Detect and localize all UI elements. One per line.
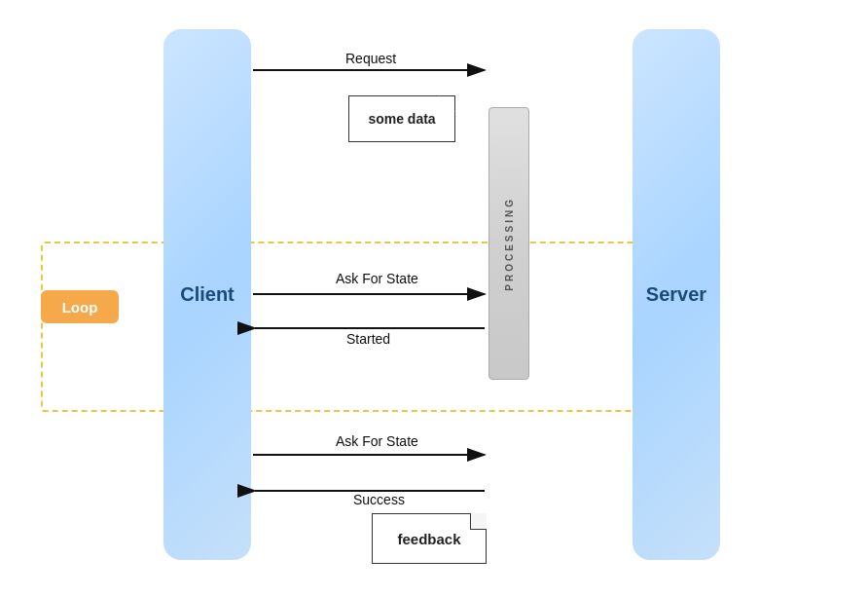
note-feedback: feedback	[372, 513, 487, 564]
processing-box: PROCESSING	[488, 107, 529, 380]
diagram: Client Server Loop PROCESSING some data …	[0, 0, 868, 596]
processing-text: PROCESSING	[504, 197, 515, 291]
request-label: Request	[345, 51, 396, 66]
loop-label: Loop	[41, 290, 119, 323]
ask-for-state-2-label: Ask For State	[336, 433, 418, 449]
success-label: Success	[353, 492, 405, 507]
client-column: Client	[163, 29, 251, 560]
client-label: Client	[180, 283, 235, 306]
note-some-data: some data	[348, 95, 455, 142]
loop-box	[41, 242, 712, 412]
ask-for-state-1-label: Ask For State	[336, 271, 418, 286]
started-label: Started	[346, 331, 390, 347]
server-column: Server	[633, 29, 720, 560]
server-label: Server	[646, 283, 706, 306]
